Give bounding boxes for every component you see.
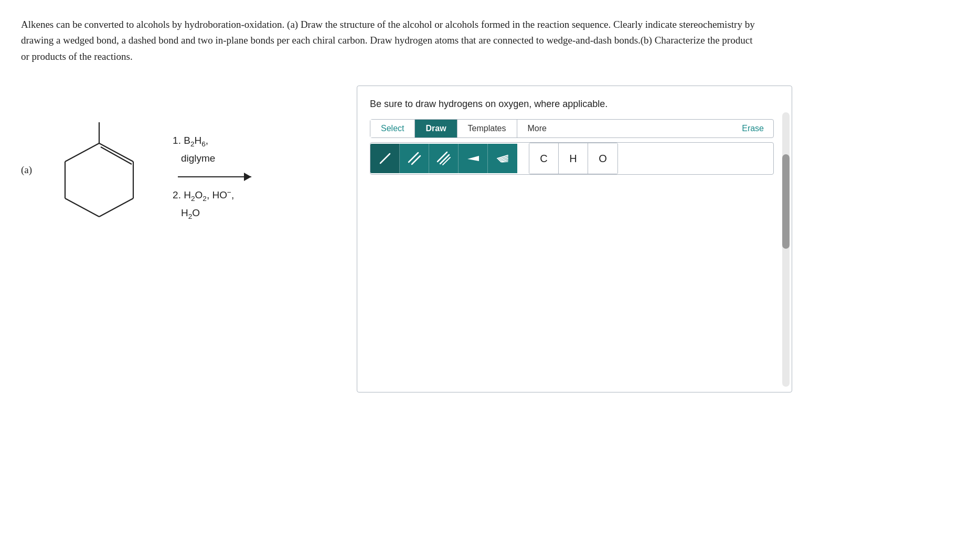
reaction-conditions: 1. B2H6, diglyme 2. H2O2, HO−, H2O xyxy=(173,132,251,222)
reaction-arrow-row xyxy=(173,172,251,182)
step1b-label: diglyme xyxy=(173,150,215,167)
hydrogen-button[interactable]: H xyxy=(559,143,588,174)
label-a: (a) xyxy=(21,164,32,176)
svg-marker-14 xyxy=(467,156,479,161)
triple-bond-icon xyxy=(436,151,452,166)
wedge-bond-button[interactable] xyxy=(459,144,488,173)
svg-line-1 xyxy=(101,147,132,164)
triple-bond-button[interactable] xyxy=(429,144,459,173)
step1-label: 1. B2H6, xyxy=(173,132,208,150)
drawing-tool-panel: Be sure to draw hydrogens on oxygen, whe… xyxy=(357,86,792,392)
tab-bar: Select Draw Templates More Erase xyxy=(370,119,774,138)
svg-line-3 xyxy=(99,198,133,217)
molecule-svg xyxy=(41,122,157,243)
left-panel: (a) xyxy=(21,112,325,243)
tab-more[interactable]: More xyxy=(517,120,557,137)
svg-line-9 xyxy=(409,153,418,162)
atom-tools-group: C H O xyxy=(529,143,618,174)
molecule-area xyxy=(41,112,157,243)
bond-tools-group xyxy=(370,144,517,173)
tab-select[interactable]: Select xyxy=(370,120,415,137)
svg-line-8 xyxy=(380,154,390,163)
scrollbar-thumb[interactable] xyxy=(782,154,790,249)
svg-line-4 xyxy=(65,198,99,217)
page-container: Alkenes can be converted to alcohols by … xyxy=(0,0,980,392)
svg-line-6 xyxy=(65,143,99,162)
instruction-text: Be sure to draw hydrogens on oxygen, whe… xyxy=(370,99,779,110)
tab-templates[interactable]: Templates xyxy=(457,120,517,137)
wedge-bond-icon xyxy=(465,151,481,166)
question-text: Alkenes can be converted to alcohols by … xyxy=(21,17,755,65)
double-bond-button[interactable] xyxy=(400,144,429,173)
oxygen-button[interactable]: O xyxy=(588,143,617,174)
dash-bond-button[interactable] xyxy=(488,144,517,173)
svg-line-11 xyxy=(438,152,447,162)
carbon-button[interactable]: C xyxy=(529,143,559,174)
reaction-arrow xyxy=(178,172,251,182)
dash-bond-icon xyxy=(495,151,510,166)
tab-draw[interactable]: Draw xyxy=(415,120,457,137)
double-bond-icon xyxy=(407,151,422,166)
single-bond-button[interactable] xyxy=(370,144,400,173)
step2-label: 2. H2O2, HO−, xyxy=(173,186,234,205)
drawing-canvas[interactable] xyxy=(370,180,779,379)
draw-tools-row: C H O xyxy=(370,142,774,175)
erase-button[interactable]: Erase xyxy=(732,120,773,137)
scrollbar-track[interactable] xyxy=(782,112,790,387)
svg-line-19 xyxy=(502,162,508,162)
content-area: (a) xyxy=(21,80,959,392)
single-bond-icon xyxy=(377,151,393,166)
step2b-label: H2O xyxy=(173,205,200,222)
svg-line-0 xyxy=(99,143,133,162)
svg-line-13 xyxy=(443,157,450,165)
